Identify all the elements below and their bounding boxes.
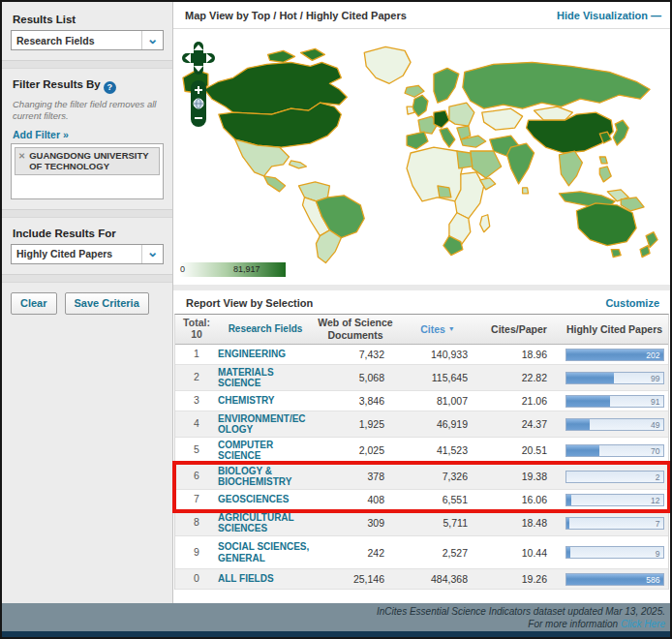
- filter-tag-label: GUANGDONG UNIVERSITY OF TECHNOLOGY: [29, 150, 156, 172]
- report-table: Total: 10 Research Fields Web of Science…: [174, 314, 669, 590]
- clear-button[interactable]: Clear: [11, 292, 57, 315]
- active-filters-box: ✕ GUANGDONG UNIVERSITY OF TECHNOLOGY: [11, 143, 164, 199]
- chevron-down-icon[interactable]: ⌄: [141, 245, 163, 263]
- table-row[interactable]: 9 SOCIAL SCIENCES, GENERAL 242 2,527 10.…: [175, 536, 668, 569]
- table-row[interactable]: 3 CHEMISTRY 3,846 81,007 21.06 91: [175, 391, 668, 411]
- report-section: Report View by Selection Customize Total…: [173, 290, 670, 603]
- legend-min-value: 0: [180, 264, 185, 274]
- world-map[interactable]: [175, 39, 669, 267]
- table-row[interactable]: 6 BIOLOGY & BIOCHEMISTRY 378 7,326 19.38…: [175, 464, 668, 490]
- field-link[interactable]: BIOLOGY & BIOCHEMISTRY: [218, 466, 313, 488]
- sidebar-divider: [2, 60, 172, 69]
- field-link[interactable]: CHEMISTRY: [218, 395, 313, 407]
- add-filter-link[interactable]: Add Filter »: [13, 129, 164, 140]
- field-link[interactable]: COMPUTER SCIENCE: [218, 440, 313, 462]
- legend-max-value: 81,917: [233, 264, 260, 274]
- hcp-bar: 586: [565, 573, 664, 586]
- save-criteria-button[interactable]: Save Criteria: [65, 292, 149, 315]
- results-list-label: Results List: [13, 14, 164, 25]
- col-cites-sorted[interactable]: Cites ▼: [398, 323, 477, 336]
- include-results-dropdown[interactable]: Highly Cited Papers ⌄: [11, 244, 164, 264]
- include-results-label: Include Results For: [13, 228, 164, 239]
- help-icon[interactable]: ?: [104, 81, 116, 94]
- results-list-dropdown[interactable]: Research Fields ⌄: [11, 30, 164, 50]
- sidebar: Results List Research Fields ⌄ Filter Re…: [2, 2, 173, 603]
- field-link[interactable]: SOCIAL SCIENCES, GENERAL: [218, 541, 313, 563]
- col-cites-per-paper[interactable]: Cites/Paper: [477, 323, 561, 336]
- map-pan-control[interactable]: [181, 41, 216, 76]
- hcp-bar: 12: [565, 494, 664, 506]
- map-header: Map View by Top / Hot / Highly Cited Pap…: [173, 2, 670, 29]
- table-row[interactable]: 8 AGRICULTURAL SCIENCES 309 5,711 18.48 …: [175, 510, 668, 536]
- map-zoom-control[interactable]: [190, 79, 207, 128]
- table-header-row: Total: 10 Research Fields Web of Science…: [175, 315, 668, 345]
- filter-note: Changing the filter field removes all cu…: [13, 99, 162, 122]
- field-link[interactable]: ALL FIELDS: [218, 573, 313, 585]
- hcp-bar: 99: [565, 372, 664, 384]
- hcp-bar: 49: [565, 418, 664, 431]
- map-panel: 0 81,917: [173, 29, 670, 290]
- field-link[interactable]: MATERIALS SCIENCE: [218, 367, 313, 389]
- table-row[interactable]: 0 ALL FIELDS 25,146 484,368 19.26 586: [175, 569, 668, 590]
- total-count: Total: 10: [175, 318, 218, 340]
- field-link[interactable]: ENGINEERING: [218, 349, 313, 360]
- hcp-bar: 202: [565, 349, 664, 361]
- col-wos-documents[interactable]: Web of Science Documents: [313, 317, 398, 341]
- table-row[interactable]: 2 MATERIALS SCIENCE 5,068 115,645 22.82 …: [175, 365, 668, 391]
- table-row[interactable]: 5 COMPUTER SCIENCE 2,025 41,523 20.51 70: [175, 438, 668, 464]
- hide-visualization-link[interactable]: Hide Visualization —: [557, 10, 660, 21]
- chevron-down-icon[interactable]: ⌄: [141, 31, 163, 49]
- esi-window: Results List Research Fields ⌄ Filter Re…: [0, 0, 672, 639]
- hcp-bar: 9: [565, 546, 664, 559]
- sidebar-divider: [2, 274, 172, 283]
- field-link[interactable]: ENVIRONMENT/ECOLOGY: [218, 413, 313, 436]
- report-title: Report View by Selection: [186, 297, 313, 309]
- hcp-bar: 2: [565, 471, 664, 483]
- map-title: Map View by Top / Hot / Highly Cited Pap…: [185, 10, 407, 21]
- filter-by-label: Filter Results By?: [13, 78, 164, 94]
- sidebar-divider: [2, 209, 172, 218]
- field-link[interactable]: GEOSCIENCES: [218, 494, 313, 505]
- results-list-value: Research Fields: [12, 35, 141, 46]
- hcp-bar: 91: [565, 395, 664, 408]
- table-row[interactable]: 7 GEOSCIENCES 408 6,551 16.06 12: [175, 490, 668, 510]
- filter-tag[interactable]: ✕ GUANGDONG UNIVERSITY OF TECHNOLOGY: [15, 147, 160, 175]
- highlight-annotation: 6 BIOLOGY & BIOCHEMISTRY 378 7,326 19.38…: [175, 464, 668, 510]
- main-content: Map View by Top / Hot / Highly Cited Pap…: [173, 2, 670, 603]
- col-highly-cited-papers[interactable]: Highly Cited Papers: [561, 323, 668, 336]
- minus-icon: —: [651, 10, 660, 21]
- map-color-legend: 0 81,917: [177, 262, 286, 277]
- footer-strip: [2, 631, 670, 637]
- field-link[interactable]: AGRICULTURAL SCIENCES: [218, 512, 313, 534]
- table-row[interactable]: 1 ENGINEERING 7,432 140,933 18.96 202: [175, 345, 668, 365]
- click-here-link[interactable]: Click Here: [621, 619, 665, 629]
- table-row[interactable]: 4 ENVIRONMENT/ECOLOGY 1,925 46,919 24.37…: [175, 411, 668, 438]
- footer-dataset-note: InCites Essential Science Indicators dat…: [2, 606, 665, 619]
- col-research-fields[interactable]: Research Fields: [218, 323, 313, 335]
- customize-link[interactable]: Customize: [605, 297, 659, 309]
- footer: InCites Essential Science Indicators dat…: [2, 603, 670, 631]
- sort-down-icon: ▼: [448, 325, 455, 332]
- hcp-bar: 70: [565, 444, 664, 457]
- include-results-value: Highly Cited Papers: [12, 248, 141, 259]
- footer-info-line: For more information Click Here: [2, 619, 665, 631]
- close-icon[interactable]: ✕: [18, 151, 25, 172]
- hcp-bar: 7: [565, 517, 664, 530]
